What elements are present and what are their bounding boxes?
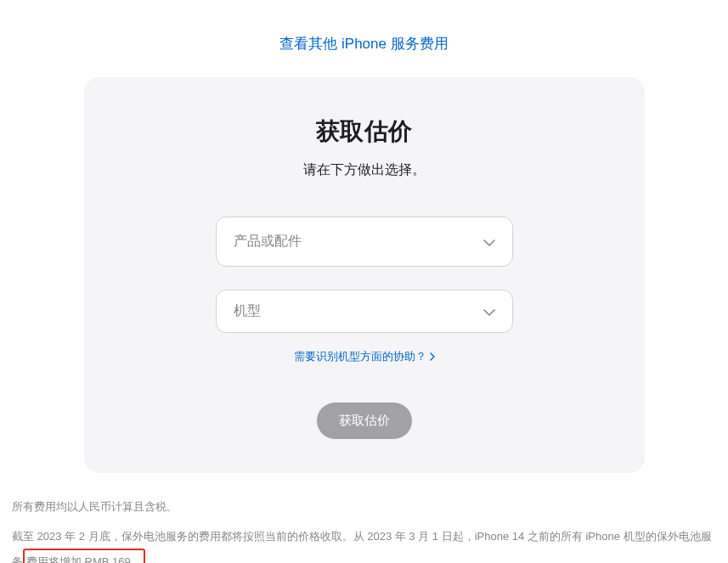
footer-line-2: 截至 2023 年 2 月底，保外电池服务的费用都将按照当前的价格收取。从 20… [12,525,717,563]
top-link-container: 查看其他 iPhone 服务费用 [0,0,728,77]
footer-line-1: 所有费用均以人民币计算且含税。 [12,495,717,520]
model-select-label: 机型 [234,302,261,320]
highlighted-text: 费用将增加 RMB 169。 [23,549,145,563]
chevron-down-icon [483,304,495,319]
help-link[interactable]: 需要识别机型方面的协助？ [294,349,435,364]
model-select[interactable]: 机型 [216,290,513,333]
product-select-label: 产品或配件 [234,233,302,251]
footer-text: 所有费用均以人民币计算且含税。 截至 2023 年 2 月底，保外电池服务的费用… [12,495,717,563]
chevron-down-icon [483,234,495,250]
product-select[interactable]: 产品或配件 [216,217,513,267]
get-estimate-button[interactable]: 获取估价 [317,403,412,439]
card-subtitle: 请在下方做出选择。 [127,161,602,179]
chevron-right-icon [430,351,435,363]
help-link-label: 需要识别机型方面的协助？ [294,349,426,364]
estimate-card: 获取估价 请在下方做出选择。 产品或配件 机型 需要识别机型方面的协助？ 获取估… [84,77,645,473]
card-title: 获取估价 [127,115,602,148]
other-service-link[interactable]: 查看其他 iPhone 服务费用 [279,36,448,52]
